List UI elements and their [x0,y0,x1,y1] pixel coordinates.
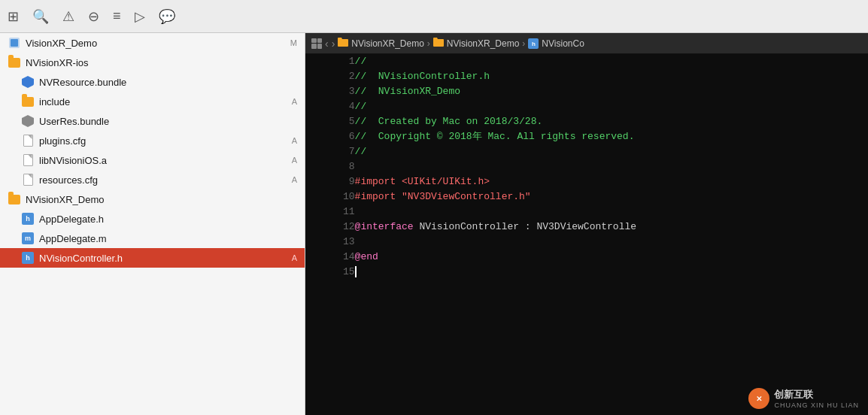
item-badge: A [292,156,297,165]
breadcrumb-grid-icon[interactable] [311,38,322,49]
table-row: 11 [305,204,868,220]
list-icon[interactable]: ≡ [113,8,121,24]
watermark-logo: ✕ [748,388,769,409]
group-label: NVisionXR_Demo [26,194,105,205]
line-content: // [355,144,868,159]
folder-icon [21,95,35,108]
breadcrumb-h-file-icon: h [528,38,539,50]
watermark-logo-text: ✕ [756,395,762,403]
item-label: plugins.cfg [39,135,86,147]
breadcrumb-label-3: NVisionCo [542,38,584,49]
breadcrumb-separator-2: › [522,38,525,49]
breadcrumb-forward-button[interactable]: › [332,38,335,50]
item-badge: A [292,97,297,106]
sidebar-item-resources-cfg[interactable]: resources.cfg A [0,170,305,189]
line-content: #import "NV3DViewController.h" [355,189,868,204]
tag-icon[interactable]: ▷ [135,8,145,25]
table-row: 7 // [305,144,868,159]
sidebar-item-libnvision[interactable]: libNVisioniOS.a A [0,150,305,170]
breadcrumb-file-icon-2 [433,38,444,49]
line-number: 11 [305,204,355,220]
table-row: 15 [305,265,868,280]
sidebar-item-nvisioncontroller-h[interactable]: h NVisionController.h A [0,248,305,268]
watermark-sublabel: CHUANG XIN HU LIAN [774,401,859,409]
line-number: 12 [305,220,355,235]
item-label: include [39,96,70,108]
line-number: 14 [305,250,355,265]
line-content: @end [355,250,868,265]
sidebar-item-plugins-cfg[interactable]: plugins.cfg A [0,131,305,150]
line-number: 10 [305,189,355,204]
watermark-text: 创新互联 CHUANG XIN HU LIAN [774,388,859,409]
m-file-icon: m [21,232,35,245]
line-content: // NVisionXR_Demo [355,84,868,99]
item-label: AppDelegate.m [39,233,107,244]
line-number: 4 [305,99,355,114]
chat-icon[interactable]: 💬 [159,8,175,25]
toolbar: ⊞ 🔍 ⚠ ⊖ ≡ ▷ 💬 [0,0,868,33]
sidebar-group-nvisionxr-demo[interactable]: NVisionXR_Demo [0,189,305,209]
line-content [355,265,868,280]
table-row: 4 // [305,99,868,114]
item-badge: A [292,136,297,145]
line-number: 6 [305,129,355,144]
sidebar-item-userres-bundle[interactable]: UserRes.bundle [0,111,305,131]
editor-wrapper: 1 // 2 // NVisionController.h 3 // NVisi… [305,54,868,415]
project-label: VisionXR_Demo [26,38,97,49]
grid-icon[interactable]: ⊞ [8,8,19,25]
breadcrumb-label-1: NVisionXR_Demo [351,38,424,49]
breadcrumb-back-button[interactable]: ‹ [325,38,329,50]
line-number: 7 [305,144,355,159]
sidebar-item-appdelegate-h[interactable]: h AppDelegate.h [0,209,305,229]
project-icon [8,36,21,50]
line-number: 1 [305,54,355,69]
item-label: AppDelegate.h [39,214,104,225]
sidebar-item-include[interactable]: include A [0,92,305,111]
main-area: VisionXR_Demo M NVisionXR-ios NVResource… [0,33,868,415]
sidebar-item-appdelegate-m[interactable]: m AppDelegate.m [0,229,305,248]
group-label: NVisionXR-ios [26,57,89,68]
line-number: 13 [305,235,355,250]
bundle-icon [21,75,35,89]
sidebar-group-nvisionxr-ios[interactable]: NVisionXR-ios [0,53,305,72]
folder-icon [8,192,21,206]
code-table: 1 // 2 // NVisionController.h 3 // NVisi… [305,54,868,280]
table-row: 14 @end [305,250,868,265]
project-badge: M [290,38,297,47]
line-number: 2 [305,69,355,84]
line-number: 8 [305,159,355,174]
breadcrumb-file-icon-1 [338,38,348,49]
line-content: @interface NVisionController : NV3DViewC… [355,220,868,235]
h-file-icon: h [21,251,35,265]
h-file-icon: h [21,212,35,226]
watermark: ✕ 创新互联 CHUANG XIN HU LIAN [748,388,859,409]
table-row: 9 #import <UIKit/UIKit.h> [305,174,868,189]
file-icon [21,134,35,147]
code-area[interactable]: 1 // 2 // NVisionController.h 3 // NVisi… [305,54,868,415]
editor-breadcrumb: ‹ › NVisionXR_Demo › NVisionXR_Demo › h … [305,33,868,54]
table-row: 2 // NVisionController.h [305,69,868,84]
table-row: 5 // Created by Mac on 2018/3/28. [305,114,868,129]
item-badge: A [292,175,297,184]
sidebar-item-nvresource-bundle[interactable]: NVResource.bundle [0,72,305,92]
item-label: NVResource.bundle [39,77,126,88]
item-label: UserRes.bundle [39,116,109,127]
search-icon[interactable]: 🔍 [32,8,49,25]
bundle-gray-icon [21,114,35,128]
line-content [355,204,868,220]
warning-icon[interactable]: ⚠ [62,8,74,25]
line-content: // [355,54,868,69]
file-icon [21,173,35,186]
svg-rect-1 [11,39,18,47]
line-number: 5 [305,114,355,129]
table-row: 8 [305,159,868,174]
line-content: // [355,99,868,114]
item-label: libNVisioniOS.a [39,155,107,166]
minus-circle-icon[interactable]: ⊖ [88,8,99,25]
editor-pane: ‹ › NVisionXR_Demo › NVisionXR_Demo › h … [305,33,868,415]
table-row: 12 @interface NVisionController : NV3DVi… [305,220,868,235]
line-content: // Created by Mac on 2018/3/28. [355,114,868,129]
line-number: 15 [305,265,355,280]
table-row: 3 // NVisionXR_Demo [305,84,868,99]
sidebar-item-project[interactable]: VisionXR_Demo M [0,33,305,53]
